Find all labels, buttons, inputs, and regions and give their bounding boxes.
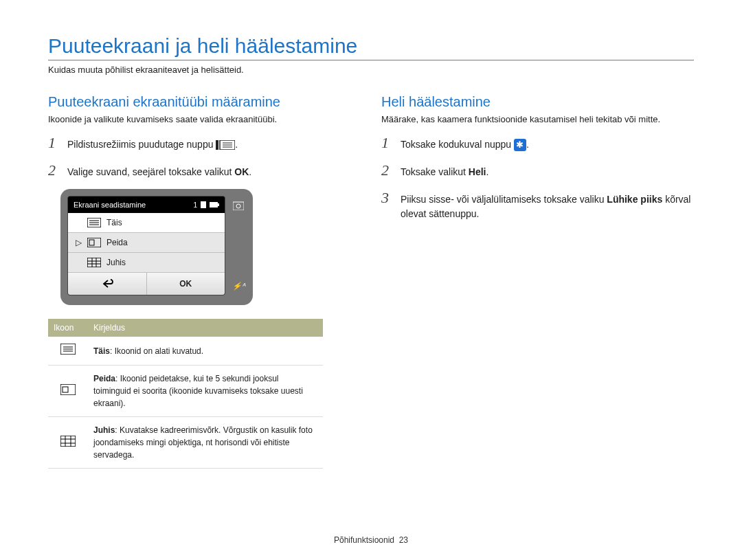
back-arrow-icon — [101, 279, 113, 289]
settings-icon — [514, 139, 526, 151]
menu-item-guide[interactable]: Juhis — [68, 253, 225, 273]
left-step-2: 2 Valige suvand, seejärel toksake valiku… — [48, 161, 361, 179]
step-text: Pildistusrežiimis puudutage nuppu . — [67, 137, 361, 152]
sound-label: Heli — [469, 166, 486, 177]
table-row: Täis: Ikoonid on alati kuvatud. — [48, 337, 323, 366]
step-number: 3 — [381, 189, 394, 207]
camera-titlebar-label: Ekraani seadistamine — [74, 201, 146, 209]
step-text: Valige suvand, seejärel toksake valikut … — [67, 165, 361, 179]
svg-rect-26 — [63, 387, 68, 392]
table-header-icon: Ikoon — [48, 319, 88, 337]
right-step-2: 2 Toksake valikut Heli. — [381, 161, 694, 179]
hide-display-icon — [87, 238, 101, 247]
back-button[interactable] — [68, 273, 147, 295]
table-row: Peida: Ikoonid peidetakse, kui te 5 seku… — [48, 366, 323, 417]
camera-screen: Ekraani seadistamine 1 — [67, 196, 225, 295]
svg-rect-6 — [210, 202, 218, 208]
left-section-heading: Puuteekraani ekraanitüübi määramine — [48, 94, 361, 110]
right-step-1: 1 Toksake kodukuval nuppu . — [381, 134, 694, 152]
grid-display-icon — [87, 258, 101, 267]
battery-icon — [210, 202, 219, 208]
page-title: Puuteekraani ja heli häälestamine — [48, 34, 694, 58]
svg-rect-7 — [218, 203, 219, 206]
right-step-3: 3 Piiksu sisse- või väljalülitamiseks to… — [381, 189, 694, 221]
table-icon-full — [48, 337, 88, 366]
menu-item-label: Täis — [106, 218, 122, 227]
camera-bottom-bar: OK — [68, 273, 225, 295]
step-number: 2 — [381, 161, 394, 179]
svg-rect-13 — [89, 240, 94, 245]
camera-menu: Täis ▷ Peida — [68, 213, 225, 273]
ok-glyph: OK — [234, 166, 249, 177]
menu-item-hide[interactable]: ▷ Peida — [68, 233, 225, 253]
table-desc: Peida: Ikoonid peidetakse, kui te 5 seku… — [88, 366, 323, 417]
camera-settings-mockup: Ekraani seadistamine 1 — [60, 189, 253, 305]
step-number: 1 — [48, 134, 60, 152]
status-number: 1 — [193, 201, 197, 209]
title-divider — [48, 60, 694, 60]
short-beep-label: Lühike piiks — [607, 194, 662, 205]
step-number: 2 — [48, 161, 60, 179]
ok-button[interactable]: OK — [147, 273, 225, 295]
svg-rect-0 — [216, 140, 218, 150]
step-text: Piiksu sisse- või väljalülitamiseks toks… — [401, 192, 694, 221]
sd-card-icon — [200, 201, 207, 208]
table-desc: Juhis: Kuvatakse kadreerimisvõrk. Võrgus… — [88, 417, 323, 469]
left-step-1: 1 Pildistusrežiimis puudutage nuppu . — [48, 134, 361, 152]
menu-item-label: Juhis — [106, 258, 126, 267]
footer-page-number: 23 — [399, 535, 408, 545]
step-text: Toksake kodukuval nuppu . — [401, 137, 694, 152]
svg-point-20 — [236, 204, 240, 208]
side-photo-icon — [233, 200, 244, 211]
full-display-icon — [87, 218, 101, 227]
menu-item-label: Peida — [106, 238, 128, 247]
page-subtitle: Kuidas muuta põhilist ekraaniteavet ja h… — [48, 65, 694, 75]
camera-status-icons: 1 — [193, 201, 219, 209]
left-section-lead: Ikoonide ja valikute kuvamiseks saate va… — [48, 114, 361, 124]
svg-rect-19 — [233, 202, 244, 210]
step-number: 1 — [381, 134, 394, 152]
table-desc: Täis: Ikoonid on alati kuvatud. — [88, 337, 323, 366]
camera-side-panel: ⚡ᴬ — [231, 196, 246, 295]
table-row: Juhis: Kuvatakse kadreerimisvõrk. Võrgus… — [48, 417, 323, 469]
step-text: Toksake valikut Heli. — [401, 165, 694, 179]
table-header-desc: Kirjeldus — [88, 319, 323, 337]
svg-rect-27 — [60, 436, 76, 447]
page-footer: Põhifunktsioonid 23 — [0, 535, 742, 545]
footer-section-label: Põhifunktsioonid — [334, 535, 394, 545]
menu-item-full[interactable]: Täis — [68, 213, 225, 233]
right-section-lead: Määrake, kas kaamera funktsioonide kasut… — [381, 114, 694, 124]
svg-rect-5 — [201, 201, 206, 208]
camera-titlebar: Ekraani seadistamine 1 — [68, 197, 225, 213]
table-icon-grid — [48, 417, 88, 469]
right-section-heading: Heli häälestamine — [381, 94, 694, 110]
table-icon-hide — [48, 366, 88, 417]
selection-marker: ▷ — [75, 238, 82, 247]
svg-rect-14 — [87, 258, 101, 267]
side-flash-icon: ⚡ᴬ — [233, 280, 244, 291]
display-icon — [216, 140, 235, 150]
icon-description-table: Ikoon Kirjeldus Täis: Ikoonid on alati k… — [48, 319, 323, 469]
